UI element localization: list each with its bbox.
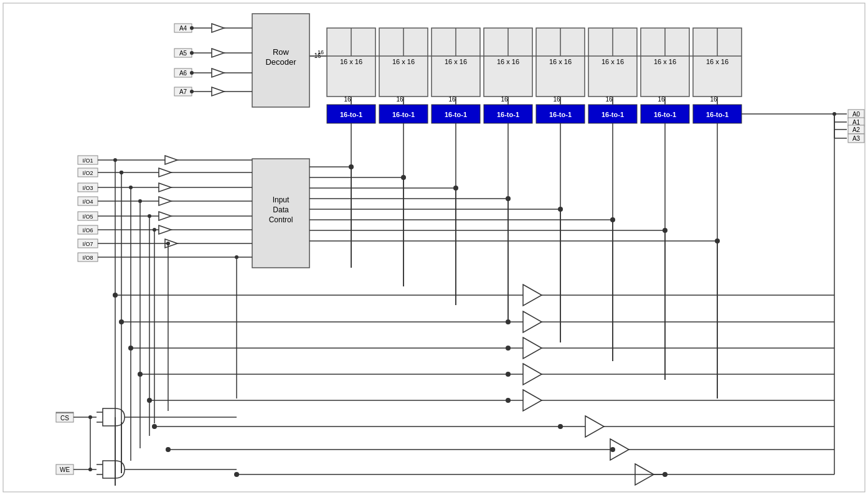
svg-text:16 x 16: 16 x 16 <box>497 58 519 65</box>
diagram-container: Row Decoder Input Data Control 16 x 16 1… <box>0 0 868 495</box>
svg-text:I/O8: I/O8 <box>82 255 93 261</box>
svg-text:I/O2: I/O2 <box>82 170 93 176</box>
svg-text:16 x 16: 16 x 16 <box>340 58 362 65</box>
svg-text:16: 16 <box>448 96 456 103</box>
svg-text:A0: A0 <box>852 111 861 118</box>
svg-text:I/O1: I/O1 <box>82 158 93 164</box>
svg-text:I/O3: I/O3 <box>82 185 93 191</box>
svg-text:A6: A6 <box>179 70 187 77</box>
svg-text:16 x 16: 16 x 16 <box>549 58 572 65</box>
svg-text:16: 16 <box>396 96 403 103</box>
svg-text:16 x 16: 16 x 16 <box>706 58 729 65</box>
svg-text:A3: A3 <box>852 135 861 142</box>
svg-point-81 <box>190 90 194 93</box>
row-decoder-label1: Row <box>273 47 290 57</box>
svg-text:16-to-1: 16-to-1 <box>654 111 676 118</box>
circuit-diagram: Row Decoder Input Data Control 16 x 16 1… <box>0 0 868 495</box>
svg-point-63 <box>190 26 194 30</box>
svg-text:16: 16 <box>658 96 665 103</box>
svg-text:16 x 16: 16 x 16 <box>392 58 415 65</box>
idc-label1: Input <box>273 196 290 204</box>
svg-text:16 x 16: 16 x 16 <box>654 58 676 65</box>
svg-text:A7: A7 <box>179 88 187 95</box>
svg-text:16-to-1: 16-to-1 <box>706 111 729 118</box>
svg-text:16: 16 <box>344 96 351 103</box>
svg-text:16-to-1: 16-to-1 <box>497 111 519 118</box>
svg-text:16: 16 <box>553 96 560 103</box>
svg-text:CS: CS <box>60 415 69 422</box>
svg-text:16-to-1: 16-to-1 <box>340 111 362 118</box>
svg-text:WE: WE <box>60 466 70 473</box>
svg-text:16: 16 <box>501 96 508 103</box>
svg-text:I/O6: I/O6 <box>82 227 93 233</box>
svg-text:16 x 16: 16 x 16 <box>601 58 624 65</box>
svg-text:16: 16 <box>710 96 717 103</box>
svg-text:I/O7: I/O7 <box>82 241 93 247</box>
svg-text:16-to-1: 16-to-1 <box>392 111 415 118</box>
svg-text:A2: A2 <box>852 126 861 133</box>
svg-text:16-to-1: 16-to-1 <box>601 111 624 118</box>
svg-text:16: 16 <box>605 96 613 103</box>
svg-text:16 x 16: 16 x 16 <box>445 58 467 65</box>
idc-label3: Control <box>269 215 293 224</box>
svg-text:A5: A5 <box>179 50 187 57</box>
row-decoder-label2: Decoder <box>265 57 296 67</box>
svg-text:A1: A1 <box>852 119 861 126</box>
svg-point-75 <box>190 71 194 75</box>
idc-label2: Data <box>273 205 289 214</box>
svg-text:I/O5: I/O5 <box>82 214 93 220</box>
svg-text:A4: A4 <box>179 25 187 32</box>
svg-text:16-to-1: 16-to-1 <box>549 111 572 118</box>
svg-text:I/O4: I/O4 <box>82 199 93 205</box>
svg-text:16-to-1: 16-to-1 <box>445 111 467 118</box>
svg-point-69 <box>190 51 194 55</box>
svg-text:16: 16 <box>318 49 324 55</box>
